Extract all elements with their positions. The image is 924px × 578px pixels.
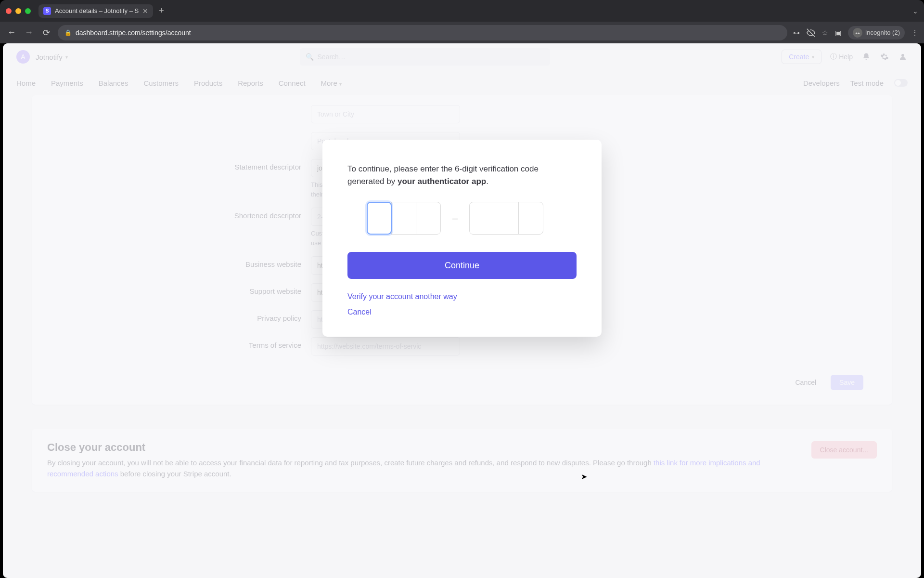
modal-instruction: To continue, please enter the 6-digit ve… [347,163,577,187]
incognito-icon [853,28,862,38]
tab-favicon: S [43,7,51,15]
panel-icon[interactable]: ▣ [835,29,841,37]
browser-tab-strip: S Account details – Jotnotify – S ✕ + ⌄ [0,0,924,22]
window-close-button[interactable] [6,8,12,14]
verify-another-way-link[interactable]: Verify your account another way [347,292,577,301]
svg-point-1 [858,32,860,34]
code-digit-3[interactable] [416,202,441,235]
code-group-1 [367,202,441,235]
tab-close-button[interactable]: ✕ [142,7,148,15]
reload-button[interactable]: ⟳ [40,27,52,39]
code-digit-2[interactable] [391,202,416,235]
code-group-2 [469,202,543,235]
incognito-label: Incognito (2) [865,29,900,36]
eye-off-icon[interactable] [807,28,815,37]
bookmark-star-icon[interactable]: ☆ [822,29,828,37]
tab-overflow-icon[interactable]: ⌄ [912,7,918,15]
lock-icon: 🔒 [64,29,72,36]
url-text: dashboard.stripe.com/settings/account [76,29,191,37]
address-bar[interactable]: 🔒 dashboard.stripe.com/settings/account [58,25,787,40]
code-input-row: – [347,202,577,235]
incognito-badge[interactable]: Incognito (2) [848,26,905,39]
browser-toolbar: ← → ⟳ 🔒 dashboard.stripe.com/settings/ac… [0,22,924,43]
svg-point-0 [856,32,858,34]
modal-overlay: To continue, please enter the 6-digit ve… [3,43,921,578]
window-controls [6,8,31,14]
code-digit-1[interactable] [367,202,392,235]
code-digit-6[interactable] [518,202,543,235]
tab-title: Account details – Jotnotify – S [55,7,139,14]
code-separator: – [452,213,458,224]
browser-tab[interactable]: S Account details – Jotnotify – S ✕ [38,4,153,18]
browser-menu-icon[interactable]: ⋮ [911,29,918,37]
continue-button[interactable]: Continue [347,252,577,279]
window-minimize-button[interactable] [15,8,21,14]
new-tab-button[interactable]: + [159,6,164,16]
forward-button[interactable]: → [23,27,35,39]
code-digit-5[interactable] [494,202,519,235]
verification-modal: To continue, please enter the 6-digit ve… [322,140,602,337]
page: A Jotnotify ▾ 🔍 Search… Create ▾ ⓘ Help … [3,43,921,578]
window-maximize-button[interactable] [25,8,31,14]
code-digit-4[interactable] [469,202,494,235]
back-button[interactable]: ← [6,27,17,39]
modal-cancel-link[interactable]: Cancel [347,308,577,316]
password-icon[interactable]: ⊶ [793,29,800,37]
